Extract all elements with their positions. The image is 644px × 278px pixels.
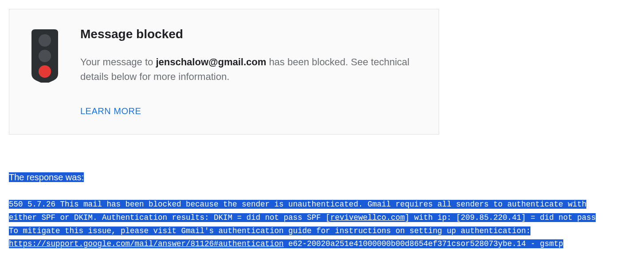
learn-more-link[interactable]: LEARN MORE [80,106,141,116]
smtp-line2a: either SPF or DKIM. Authentication resul… [9,213,330,222]
card-title: Message blocked [80,27,416,41]
response-label: The response was: [9,172,84,182]
svg-point-0 [39,34,51,47]
desc-prefix: Your message to [80,56,156,68]
card-content: Message blocked Your message to jenschal… [80,27,416,116]
card-description: Your message to jenschalow@gmail.com has… [80,55,416,84]
smtp-domain-link[interactable]: revivewellco.com [330,213,405,222]
traffic-light-icon [31,29,58,116]
smtp-line3: To mitigate this issue, please visit Gma… [9,226,530,235]
response-block: 550 5.7.26 This mail has been blocked be… [9,198,635,251]
svg-point-2 [39,65,51,78]
message-blocked-card: Message blocked Your message to jenschal… [9,9,439,135]
smtp-line4b: e62-20020a251e41000000b00d8654ef371csor5… [284,239,563,248]
smtp-line1: 550 5.7.26 This mail has been blocked be… [9,200,586,209]
smtp-line2b: ] with ip: [209.85.220.41] = did not pas… [405,213,596,222]
svg-point-1 [39,50,51,62]
technical-details: The response was: 550 5.7.26 This mail h… [9,172,635,251]
desc-email: jenschalow@gmail.com [156,56,266,68]
smtp-auth-link[interactable]: https://support.google.com/mail/answer/8… [9,239,284,248]
